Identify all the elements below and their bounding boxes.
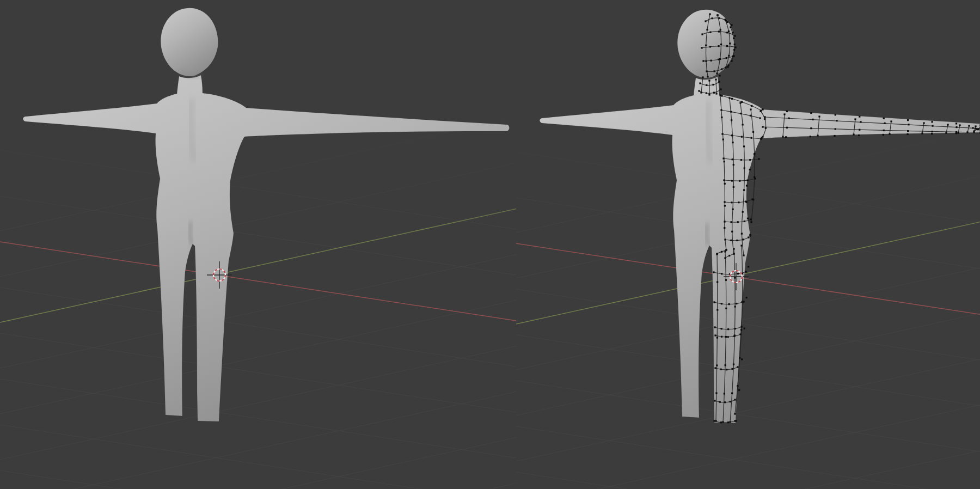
blender-viewport-composite [0, 0, 980, 489]
viewport-shaded-panel[interactable] [0, 0, 516, 489]
viewport-wireframe-canvas[interactable] [516, 0, 980, 489]
viewport-shaded-canvas[interactable] [0, 0, 516, 489]
viewport-wireframe-panel[interactable] [516, 0, 980, 489]
x-axis-line [516, 243, 980, 314]
x-axis-line [0, 242, 516, 321]
